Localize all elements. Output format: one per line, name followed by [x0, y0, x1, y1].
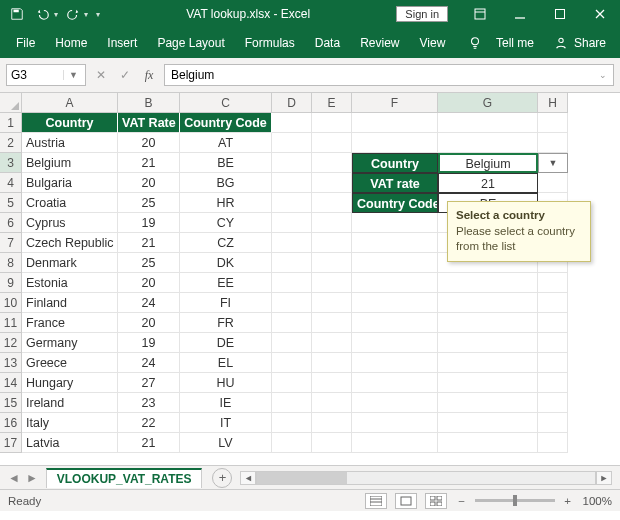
empty-cell[interactable]	[438, 113, 538, 133]
cell-a3[interactable]: Belgium	[22, 153, 118, 173]
tab-view[interactable]: View	[412, 30, 454, 56]
column-header-C[interactable]: C	[180, 93, 272, 113]
empty-cell[interactable]	[272, 113, 312, 133]
cell-h13[interactable]	[538, 353, 568, 373]
cell-a4[interactable]: Bulgaria	[22, 173, 118, 193]
cell-b16[interactable]: 22	[118, 413, 180, 433]
cell-c5[interactable]: HR	[180, 193, 272, 213]
cell-a17[interactable]: Latvia	[22, 433, 118, 453]
cell-d5[interactable]	[272, 193, 312, 213]
cell-g11[interactable]	[438, 313, 538, 333]
tab-data[interactable]: Data	[307, 30, 348, 56]
hscroll-left-icon[interactable]: ◄	[240, 471, 256, 485]
hscroll-right-icon[interactable]: ►	[596, 471, 612, 485]
cell-e10[interactable]	[312, 293, 352, 313]
cell-b6[interactable]: 19	[118, 213, 180, 233]
name-box-input[interactable]	[7, 68, 63, 82]
lightbulb-icon[interactable]	[466, 34, 484, 52]
add-sheet-button[interactable]: +	[212, 468, 232, 488]
cell-e11[interactable]	[312, 313, 352, 333]
cell-c15[interactable]: IE	[180, 393, 272, 413]
cell-e9[interactable]	[312, 273, 352, 293]
cell-g12[interactable]	[438, 333, 538, 353]
cell-d17[interactable]	[272, 433, 312, 453]
cell-g15[interactable]	[438, 393, 538, 413]
cell-d3[interactable]	[272, 153, 312, 173]
cell-b12[interactable]: 19	[118, 333, 180, 353]
cell-c6[interactable]: CY	[180, 213, 272, 233]
cell-d7[interactable]	[272, 233, 312, 253]
column-header-E[interactable]: E	[312, 93, 352, 113]
empty-cell[interactable]	[352, 113, 438, 133]
fx-icon[interactable]: fx	[142, 68, 156, 83]
hscroll-thumb[interactable]	[257, 472, 347, 484]
cell-f9[interactable]	[352, 273, 438, 293]
row-header-12[interactable]: 12	[0, 333, 22, 353]
cell-e2[interactable]	[312, 133, 352, 153]
row-header-17[interactable]: 17	[0, 433, 22, 453]
row-header-16[interactable]: 16	[0, 413, 22, 433]
cell-b14[interactable]: 27	[118, 373, 180, 393]
cell-a11[interactable]: France	[22, 313, 118, 333]
column-header-G[interactable]: G	[438, 93, 538, 113]
column-header-A[interactable]: A	[22, 93, 118, 113]
tab-insert[interactable]: Insert	[99, 30, 145, 56]
cell-c10[interactable]: FI	[180, 293, 272, 313]
cell-c7[interactable]: CZ	[180, 233, 272, 253]
lookup-value-country[interactable]: Belgium	[438, 153, 538, 173]
cell-b7[interactable]: 21	[118, 233, 180, 253]
cell-d16[interactable]	[272, 413, 312, 433]
undo-icon[interactable]	[32, 3, 54, 25]
column-header-B[interactable]: B	[118, 93, 180, 113]
formula-input-wrap[interactable]: ⌄	[164, 64, 614, 86]
cell-b13[interactable]: 24	[118, 353, 180, 373]
cell-c16[interactable]: IT	[180, 413, 272, 433]
cell-e6[interactable]	[312, 213, 352, 233]
cell-f10[interactable]	[352, 293, 438, 313]
name-box[interactable]: ▼	[6, 64, 86, 86]
cell-f13[interactable]	[352, 353, 438, 373]
tab-review[interactable]: Review	[352, 30, 407, 56]
cell-f17[interactable]	[352, 433, 438, 453]
row-header-1[interactable]: 1	[0, 113, 22, 133]
share-button[interactable]: Share	[546, 34, 612, 52]
zoom-level[interactable]: 100%	[583, 495, 612, 507]
cell-f16[interactable]	[352, 413, 438, 433]
cell-e13[interactable]	[312, 353, 352, 373]
cell-g14[interactable]	[438, 373, 538, 393]
cell-f12[interactable]	[352, 333, 438, 353]
cancel-icon[interactable]: ✕	[94, 68, 108, 82]
cell-b5[interactable]: 25	[118, 193, 180, 213]
cell-h15[interactable]	[538, 393, 568, 413]
page-break-view-icon[interactable]	[425, 493, 447, 509]
cell-e8[interactable]	[312, 253, 352, 273]
cell-d8[interactable]	[272, 253, 312, 273]
redo-icon[interactable]	[62, 3, 84, 25]
signin-button[interactable]: Sign in	[396, 6, 448, 22]
cell-c3[interactable]: BE	[180, 153, 272, 173]
cell-d9[interactable]	[272, 273, 312, 293]
tab-file[interactable]: File	[8, 30, 43, 56]
validation-dropdown-icon[interactable]: ▼	[538, 153, 568, 173]
cell-e16[interactable]	[312, 413, 352, 433]
row-header-4[interactable]: 4	[0, 173, 22, 193]
row-header-11[interactable]: 11	[0, 313, 22, 333]
cell-b10[interactable]: 24	[118, 293, 180, 313]
cell-e17[interactable]	[312, 433, 352, 453]
cell-f11[interactable]	[352, 313, 438, 333]
lookup-value-rate[interactable]: 21	[438, 173, 538, 193]
cell-d10[interactable]	[272, 293, 312, 313]
cell-b4[interactable]: 20	[118, 173, 180, 193]
cell-e4[interactable]	[312, 173, 352, 193]
formula-expand-icon[interactable]: ⌄	[595, 70, 611, 80]
cell-h11[interactable]	[538, 313, 568, 333]
tab-formulas[interactable]: Formulas	[237, 30, 303, 56]
cell-f7[interactable]	[352, 233, 438, 253]
cell-b3[interactable]: 21	[118, 153, 180, 173]
cell-b15[interactable]: 23	[118, 393, 180, 413]
cell-g13[interactable]	[438, 353, 538, 373]
cell-e5[interactable]	[312, 193, 352, 213]
sheet-tab-active[interactable]: VLOOKUP_VAT_RATES	[46, 468, 203, 488]
cell-h16[interactable]	[538, 413, 568, 433]
cell-c11[interactable]: FR	[180, 313, 272, 333]
